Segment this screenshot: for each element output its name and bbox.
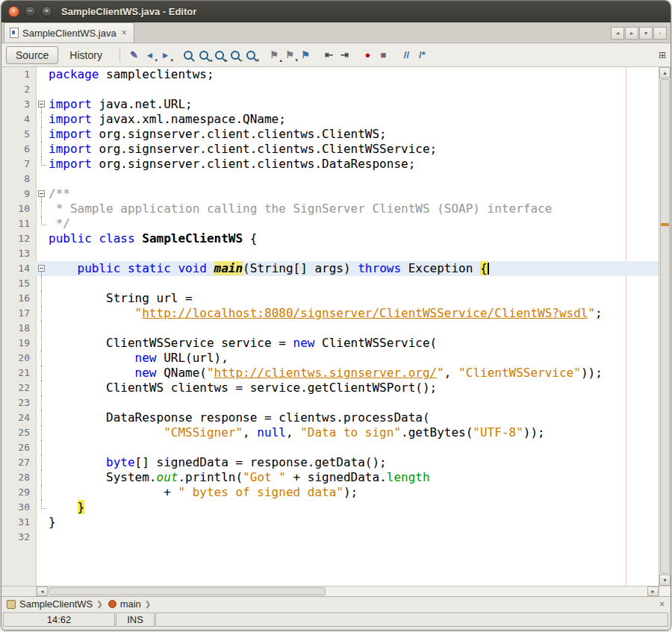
code-line-17[interactable]: 17 "http://localhost:8080/signserver/Cli… [1, 306, 659, 321]
toggle-uncomment-icon[interactable]: /* [414, 47, 430, 63]
close-button[interactable]: × [8, 6, 19, 17]
breadcrumb-method[interactable]: main [120, 598, 141, 610]
scroll-left-icon[interactable]: ◂ [37, 586, 48, 596]
incremental-search-icon[interactable]: ▾ [243, 47, 259, 63]
find-previous-occurrence-icon[interactable]: ◂ [196, 47, 212, 63]
start-macro-recording-icon[interactable]: ● [360, 47, 376, 63]
code-line-24[interactable]: 24 DataResponse response = clientws.proc… [1, 410, 659, 425]
code-line-15[interactable]: 15 [1, 276, 659, 291]
scroll-down-icon[interactable]: ▾ [659, 575, 671, 586]
code-line-6[interactable]: 6import org.signserver.client.clientws.C… [1, 142, 659, 157]
opened-documents-list-button[interactable]: ▾ [639, 27, 653, 40]
code-text: new URL(url), [49, 351, 659, 366]
fold-end-marker [36, 500, 49, 515]
code-line-12[interactable]: 12public class SampleClientWS { [1, 231, 659, 246]
code-line-32[interactable]: 32 [1, 530, 659, 545]
find-selection-icon[interactable] [181, 47, 196, 63]
fold-start-marker[interactable] [36, 187, 49, 201]
next-bookmark-icon[interactable]: ⚑▾ [282, 47, 298, 63]
magnifier-shape [231, 51, 240, 60]
toolbar-options-icon[interactable]: ⊞ [659, 50, 666, 60]
code-line-3[interactable]: 3import java.net.URL; [1, 97, 659, 112]
find-next-occurrence-icon[interactable]: ▸ [212, 47, 228, 63]
insert-mode-status[interactable]: INS [116, 613, 155, 627]
stop-macro-recording-icon[interactable]: ■ [376, 47, 391, 63]
fold-start-marker[interactable] [36, 97, 49, 112]
code-line-11[interactable]: 11 */ [1, 216, 659, 231]
fold-end-marker [36, 157, 49, 172]
code-line-22[interactable]: 22 ClientWS clientws = service.getClient… [1, 381, 659, 395]
toggle-comment-icon[interactable]: // [399, 47, 414, 63]
shift-line-right-icon[interactable]: ⇥ [337, 47, 352, 63]
line-number: 6 [1, 142, 36, 157]
method-icon [108, 600, 116, 608]
tab-bar-buttons: ◂▸▾▫ [611, 27, 667, 40]
maximize-editor-button[interactable]: ▫ [653, 27, 667, 40]
code-line-2[interactable]: 2 [1, 82, 659, 97]
back-icon[interactable]: ◂▾ [142, 47, 158, 63]
horizontal-scrollbar[interactable]: ◂ ▸ [1, 586, 671, 596]
code-text: ClientWSService service = new ClientWSSe… [49, 336, 659, 351]
previous-bookmark-icon[interactable]: ⚑▴ [267, 47, 282, 63]
last-edit-icon[interactable]: ✎ [126, 47, 142, 63]
code-line-9[interactable]: 9/** [1, 187, 659, 201]
code-line-30[interactable]: 30 } [1, 500, 659, 515]
code-line-18[interactable]: 18 [1, 321, 659, 336]
code-line-1[interactable]: 1package sampleclientws; [1, 67, 659, 82]
tab-label: SampleClientWS.java [22, 28, 116, 39]
collapse-fold-icon[interactable] [38, 190, 45, 197]
vertical-scrollbar-thumb[interactable] [660, 79, 670, 574]
scroll-right-icon[interactable]: ▸ [647, 586, 659, 596]
collapse-fold-icon[interactable] [38, 101, 45, 107]
toggle-bookmark-icon[interactable]: ⚑ [298, 47, 314, 63]
code-line-21[interactable]: 21 new QName("http://clientws.signserver… [1, 366, 659, 381]
code-line-13[interactable]: 13 [1, 246, 659, 261]
minimize-button[interactable]: − [25, 6, 36, 17]
code-line-26[interactable]: 26 [1, 440, 659, 455]
code-line-10[interactable]: 10 * Sample application calling the Sign… [1, 201, 659, 216]
toggle-highlight-search-icon[interactable]: ▪ [228, 47, 243, 63]
source-view-button[interactable]: Source [6, 46, 58, 64]
vertical-scrollbar[interactable]: ▴ ▾ [659, 67, 671, 586]
code-line-7[interactable]: 7import org.signserver.client.clientws.D… [1, 157, 659, 172]
fold-mid-marker [36, 336, 49, 351]
tab-close-icon[interactable]: × [122, 28, 127, 37]
history-view-button[interactable]: History [60, 46, 112, 64]
breadcrumb-class[interactable]: SampleClientWS [19, 598, 93, 610]
code-line-14[interactable]: 14 public static void main(String[] args… [1, 261, 659, 276]
code-line-19[interactable]: 19 ClientWSService service = new ClientW… [1, 336, 659, 351]
fold-start-marker[interactable] [36, 261, 49, 276]
code-line-23[interactable]: 23 [1, 395, 659, 410]
scroll-tabs-left-button[interactable]: ◂ [611, 27, 624, 40]
code-line-20[interactable]: 20 new URL(url), [1, 351, 659, 366]
titlebar[interactable]: ×−+ SampleClientWS.java - Editor [1, 1, 671, 22]
scroll-tabs-right-button[interactable]: ▸ [625, 27, 638, 40]
code-line-8[interactable]: 8 [1, 172, 659, 187]
code-line-25[interactable]: 25 "CMSSigner", null, "Data to sign".get… [1, 425, 659, 440]
code-text: } [49, 515, 659, 530]
scrollbar-corner-left [1, 586, 37, 596]
maximize-button[interactable]: + [41, 6, 52, 17]
code-line-29[interactable]: 29 + " bytes of signed data"); [1, 485, 659, 500]
code-line-4[interactable]: 4import javax.xml.namespace.QName; [1, 112, 659, 127]
breadcrumb-close-icon[interactable]: × [659, 599, 665, 610]
code-line-28[interactable]: 28 System.out.println("Got " + signedDat… [1, 470, 659, 485]
fold-column [36, 231, 49, 246]
code-text [49, 82, 659, 97]
line-number: 27 [1, 455, 36, 470]
tab-sampleclientws[interactable]: SampleClientWS.java × [4, 22, 134, 43]
collapse-fold-icon[interactable] [38, 265, 45, 272]
code-line-16[interactable]: 16 String url = [1, 291, 659, 306]
shift-line-left-icon[interactable]: ⇤ [321, 47, 337, 63]
horizontal-scrollbar-track[interactable] [48, 586, 647, 596]
error-stripe-caret-mark[interactable] [661, 223, 669, 226]
scroll-up-icon[interactable]: ▴ [659, 67, 671, 78]
code-text [49, 276, 659, 291]
code-line-27[interactable]: 27 byte[] signedData = response.getData(… [1, 455, 659, 470]
editor-lines[interactable]: 1package sampleclientws;23import java.ne… [1, 67, 659, 586]
horizontal-scrollbar-thumb[interactable] [49, 587, 326, 595]
forward-icon[interactable]: ▸▾ [158, 47, 173, 63]
code-line-31[interactable]: 31} [1, 515, 659, 530]
code-line-5[interactable]: 5import org.signserver.client.clientws.C… [1, 127, 659, 142]
line-number: 24 [1, 410, 36, 425]
